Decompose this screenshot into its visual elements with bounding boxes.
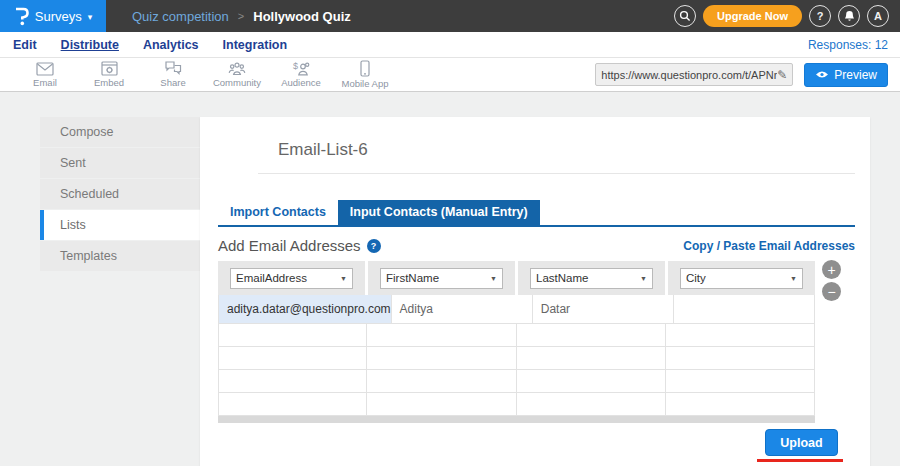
- upload-button[interactable]: Upload: [765, 429, 838, 456]
- tab-input-contacts-manual[interactable]: Input Contacts (Manual Entry): [338, 200, 540, 225]
- cell-firstname[interactable]: [367, 393, 516, 416]
- cell-city[interactable]: [666, 370, 815, 393]
- table-row: aditya.datar@questionpro.com Aditya Data…: [218, 295, 815, 324]
- search-button[interactable]: [674, 5, 696, 27]
- table-row: [218, 370, 815, 393]
- notifications-button[interactable]: [838, 5, 860, 27]
- email-list-title: Email-List-6: [278, 117, 870, 160]
- contacts-table-header: EmailAddress ▼ FirstName ▼ LastName ▼: [218, 261, 815, 295]
- column-header: LastName ▼: [518, 261, 665, 295]
- column-header: EmailAddress ▼: [218, 261, 365, 295]
- survey-url-input[interactable]: [601, 69, 777, 81]
- tab-import-contacts[interactable]: Import Contacts: [218, 200, 338, 225]
- cell-email[interactable]: [218, 324, 367, 347]
- remove-row-button[interactable]: −: [822, 282, 841, 301]
- channel-share[interactable]: Share: [141, 60, 205, 89]
- cell-email[interactable]: [218, 347, 367, 370]
- channel-mobile-app[interactable]: Mobile App: [333, 60, 397, 89]
- email-envelope-icon: [36, 62, 54, 76]
- column-select-email[interactable]: EmailAddress: [230, 268, 353, 289]
- edit-url-pencil-icon[interactable]: ✎: [777, 68, 787, 82]
- cell-email[interactable]: aditya.datar@questionpro.com: [218, 295, 392, 324]
- cell-firstname[interactable]: [367, 324, 516, 347]
- top-actions: Upgrade Now ? A: [674, 5, 900, 27]
- cell-lastname[interactable]: [517, 370, 666, 393]
- nav-item-distribute[interactable]: Distribute: [61, 38, 119, 52]
- sidebar-item-templates[interactable]: Templates: [40, 241, 200, 271]
- column-header: City ▼: [668, 261, 815, 295]
- email-sidebar: Compose Sent Scheduled Lists Templates: [40, 117, 200, 272]
- channel-embed[interactable]: Embed: [77, 60, 141, 89]
- top-header: Surveys ▾ Quiz competition > Hollywood Q…: [0, 0, 900, 32]
- share-chat-bubbles-icon: [164, 61, 182, 76]
- sidebar-item-lists[interactable]: Lists: [40, 210, 200, 240]
- copy-paste-email-link[interactable]: Copy / Paste Email Addresses: [683, 239, 855, 253]
- column-select-firstname[interactable]: FirstName: [380, 268, 503, 289]
- avatar[interactable]: A: [867, 5, 889, 27]
- survey-nav: Edit Distribute Analytics Integration Re…: [0, 32, 900, 58]
- questionpro-logo-icon: [14, 7, 29, 26]
- nav-item-integration[interactable]: Integration: [223, 38, 288, 52]
- svg-text:$: $: [293, 61, 298, 71]
- channel-email[interactable]: Email: [13, 60, 77, 89]
- cell-email[interactable]: [218, 370, 367, 393]
- table-row: [218, 393, 815, 416]
- channel-label: Community: [213, 77, 261, 88]
- add-email-addresses-title: Add Email Addresses ?: [218, 237, 381, 254]
- column-select-city[interactable]: City: [680, 268, 803, 289]
- cell-city[interactable]: [666, 347, 815, 370]
- table-row: [218, 324, 815, 347]
- upgrade-now-button[interactable]: Upgrade Now: [703, 5, 802, 27]
- cell-firstname[interactable]: [367, 347, 516, 370]
- help-question-icon[interactable]: ?: [367, 239, 381, 253]
- distribute-toolbar: Email Embed Share Community: [0, 58, 900, 92]
- preview-label: Preview: [834, 68, 877, 82]
- breadcrumb-current: Hollywood Quiz: [253, 9, 351, 24]
- smartphone-icon: [360, 60, 370, 77]
- sidebar-item-scheduled[interactable]: Scheduled: [40, 179, 200, 209]
- column-header: FirstName ▼: [368, 261, 515, 295]
- eye-icon: [815, 70, 829, 79]
- cell-city[interactable]: [674, 295, 815, 324]
- breadcrumb: Quiz competition > Hollywood Quiz: [132, 9, 351, 24]
- search-icon: [679, 10, 691, 22]
- help-button[interactable]: ?: [809, 5, 831, 27]
- cell-email[interactable]: [218, 393, 367, 416]
- toolbar-right: ✎ Preview: [595, 63, 900, 87]
- breadcrumb-parent[interactable]: Quiz competition: [132, 9, 229, 24]
- product-name: Surveys: [35, 9, 82, 24]
- sidebar-item-compose[interactable]: Compose: [40, 117, 200, 147]
- table-row: [218, 347, 815, 370]
- community-people-icon: [228, 62, 246, 76]
- sidebar-item-sent[interactable]: Sent: [40, 148, 200, 178]
- product-switcher[interactable]: Surveys ▾: [0, 0, 106, 32]
- cell-city[interactable]: [666, 393, 815, 416]
- add-row-button[interactable]: +: [822, 260, 841, 279]
- responses-count[interactable]: Responses: 12: [808, 38, 900, 52]
- nav-item-analytics[interactable]: Analytics: [143, 38, 199, 52]
- nav-item-edit[interactable]: Edit: [13, 38, 37, 52]
- cell-lastname[interactable]: [517, 324, 666, 347]
- chevron-down-icon: ▾: [88, 12, 93, 22]
- title-divider: [258, 173, 855, 174]
- channel-label: Audience: [281, 77, 321, 88]
- cell-city[interactable]: [666, 324, 815, 347]
- preview-button[interactable]: Preview: [804, 63, 888, 87]
- survey-url-box: ✎: [595, 63, 793, 86]
- cell-lastname[interactable]: Datar: [533, 295, 674, 324]
- cell-lastname[interactable]: [517, 393, 666, 416]
- horizontal-scrollbar[interactable]: [218, 416, 815, 423]
- channel-label: Email: [33, 77, 57, 88]
- channel-audience[interactable]: $ Audience: [269, 60, 333, 89]
- contacts-table: EmailAddress ▼ FirstName ▼ LastName ▼: [218, 261, 815, 423]
- lists-panel: Email-List-6 Import Contacts Input Conta…: [200, 117, 870, 466]
- cell-firstname[interactable]: Aditya: [392, 295, 533, 324]
- embed-window-gear-icon: [101, 61, 118, 76]
- channel-label: Embed: [94, 77, 124, 88]
- cell-lastname[interactable]: [517, 347, 666, 370]
- column-select-lastname[interactable]: LastName: [530, 268, 653, 289]
- channel-label: Share: [160, 77, 185, 88]
- bell-icon: [844, 10, 855, 22]
- cell-firstname[interactable]: [367, 370, 516, 393]
- channel-community[interactable]: Community: [205, 60, 269, 89]
